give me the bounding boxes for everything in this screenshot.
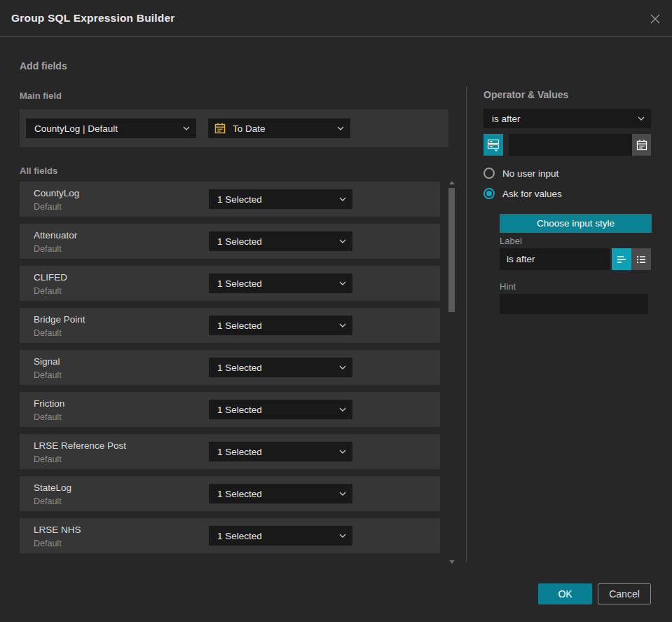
field-name: Friction — [34, 398, 64, 409]
field-row-bridge-point[interactable]: Bridge Point Default 1 Selected — [20, 308, 440, 343]
field-subtitle: Default — [34, 496, 62, 506]
radio-ask-for-values[interactable]: Ask for values — [484, 188, 562, 199]
main-field-label: Main field — [20, 90, 62, 101]
field-row-attenuator[interactable]: Attenuator Default 1 Selected — [20, 224, 440, 259]
selected-count: 1 Selected — [217, 531, 262, 541]
radio-label: No user input — [502, 168, 558, 179]
operator-select-value: is after — [492, 114, 521, 124]
calendar-icon — [214, 122, 226, 135]
dialog-titlebar: Group SQL Expression Builder — [0, 0, 672, 36]
operator-values-panel: Operator & Values is after — [484, 89, 652, 100]
vertical-divider — [466, 86, 467, 562]
field-subtitle: Default — [34, 286, 62, 296]
main-field-select[interactable]: CountyLog | Default — [26, 119, 196, 138]
selected-count: 1 Selected — [217, 278, 262, 289]
chevron-down-icon — [339, 197, 346, 201]
date-picker-button[interactable] — [632, 134, 651, 156]
field-selected-dropdown[interactable]: 1 Selected — [209, 526, 352, 546]
calendar-icon — [636, 139, 648, 151]
field-subtitle: Default — [34, 454, 62, 464]
field-name: LRSE Reference Post — [34, 440, 126, 451]
field-subtitle: Default — [34, 202, 62, 212]
radio-circle-checked — [484, 188, 495, 199]
label-row — [500, 248, 652, 270]
field-row-signal[interactable]: Signal Default 1 Selected — [20, 350, 440, 385]
all-fields-list: CountyLog Default 1 Selected Attenuator … — [20, 182, 440, 560]
chevron-down-icon — [339, 534, 346, 538]
field-selected-dropdown[interactable]: 1 Selected — [209, 358, 352, 377]
field-row-clifed[interactable]: CLIFED Default 1 Selected — [20, 266, 440, 301]
field-selected-dropdown[interactable]: 1 Selected — [209, 189, 352, 209]
all-fields-label: All fields — [20, 165, 57, 176]
list-input-style-toggle[interactable] — [631, 248, 651, 270]
field-name: LRSE NHS — [34, 525, 81, 535]
field-selected-dropdown[interactable]: 1 Selected — [209, 400, 352, 419]
selected-count: 1 Selected — [217, 320, 262, 331]
scrollbar-thumb[interactable] — [448, 188, 455, 312]
close-icon[interactable] — [647, 11, 664, 27]
field-row-friction[interactable]: Friction Default 1 Selected — [20, 392, 440, 427]
dialog-title: Group SQL Expression Builder — [11, 12, 175, 25]
hint-caption: Hint — [500, 281, 516, 292]
selected-count: 1 Selected — [217, 405, 262, 415]
chevron-down-icon — [337, 126, 344, 130]
field-selected-dropdown[interactable]: 1 Selected — [209, 484, 352, 503]
operator-values-title: Operator & Values — [484, 89, 652, 100]
chevron-down-icon — [339, 281, 346, 285]
single-input-style-toggle[interactable] — [612, 248, 631, 270]
field-subtitle: Default — [34, 328, 62, 338]
field-selected-dropdown[interactable]: 1 Selected — [209, 442, 352, 461]
chevron-down-icon — [339, 239, 346, 243]
field-row-statelog[interactable]: StateLog Default 1 Selected — [20, 476, 440, 511]
selected-count: 1 Selected — [217, 236, 262, 247]
field-name: Bridge Point — [34, 314, 85, 325]
field-type-select[interactable]: To Date — [208, 119, 350, 138]
field-name: CLIFED — [34, 272, 67, 283]
stacked-input-icon — [487, 139, 500, 151]
field-row-lrse-nhs[interactable]: LRSE NHS Default 1 Selected — [20, 518, 440, 553]
main-field-select-value: CountyLog | Default — [34, 123, 118, 134]
cancel-button[interactable]: Cancel — [598, 583, 651, 604]
field-name: Signal — [34, 356, 60, 367]
field-subtitle: Default — [34, 412, 62, 422]
chevron-down-icon — [183, 126, 190, 130]
chevron-down-icon — [339, 365, 346, 370]
chevron-down-icon — [339, 323, 346, 327]
date-value-input[interactable] — [509, 134, 651, 156]
fields-list-scrollbar[interactable] — [447, 180, 458, 565]
chevron-down-icon — [339, 492, 346, 496]
ok-button[interactable]: OK — [538, 583, 592, 604]
main-field-panel: CountyLog | Default To Date — [20, 109, 448, 147]
label-input[interactable] — [500, 248, 610, 270]
chevron-down-icon — [339, 407, 346, 412]
bulleted-list-icon — [635, 253, 647, 266]
field-name: Attenuator — [34, 230, 77, 241]
selected-count: 1 Selected — [217, 194, 262, 205]
align-left-icon — [615, 253, 628, 266]
selected-count: 1 Selected — [217, 447, 262, 457]
radio-circle-unchecked — [484, 168, 495, 179]
field-selected-dropdown[interactable]: 1 Selected — [209, 273, 352, 293]
field-selected-dropdown[interactable]: 1 Selected — [209, 231, 352, 251]
field-type-select-value: To Date — [233, 123, 266, 134]
field-row-lrse-reference-post[interactable]: LRSE Reference Post Default 1 Selected — [20, 434, 440, 469]
hint-input[interactable] — [500, 294, 648, 314]
input-type-button[interactable] — [484, 134, 503, 156]
operator-select[interactable]: is after — [484, 109, 651, 128]
selected-count: 1 Selected — [217, 363, 262, 373]
field-name: CountyLog — [34, 188, 79, 198]
label-caption: Label — [500, 236, 522, 246]
group-sql-expression-builder-dialog: Group SQL Expression Builder Add fields … — [0, 0, 672, 622]
chevron-down-icon — [638, 116, 645, 121]
add-fields-heading: Add fields — [20, 60, 67, 72]
field-subtitle: Default — [34, 539, 62, 548]
field-subtitle: Default — [34, 370, 62, 380]
scrollbar-down-arrow-icon[interactable] — [449, 560, 455, 564]
choose-input-style-button[interactable]: Choose input style — [500, 214, 652, 233]
scrollbar-up-arrow-icon[interactable] — [449, 181, 455, 184]
field-row-countylog[interactable]: CountyLog Default 1 Selected — [20, 182, 440, 217]
field-selected-dropdown[interactable]: 1 Selected — [209, 316, 352, 335]
radio-label: Ask for values — [502, 189, 562, 199]
radio-no-user-input[interactable]: No user input — [484, 168, 558, 179]
date-value-row — [484, 134, 651, 156]
